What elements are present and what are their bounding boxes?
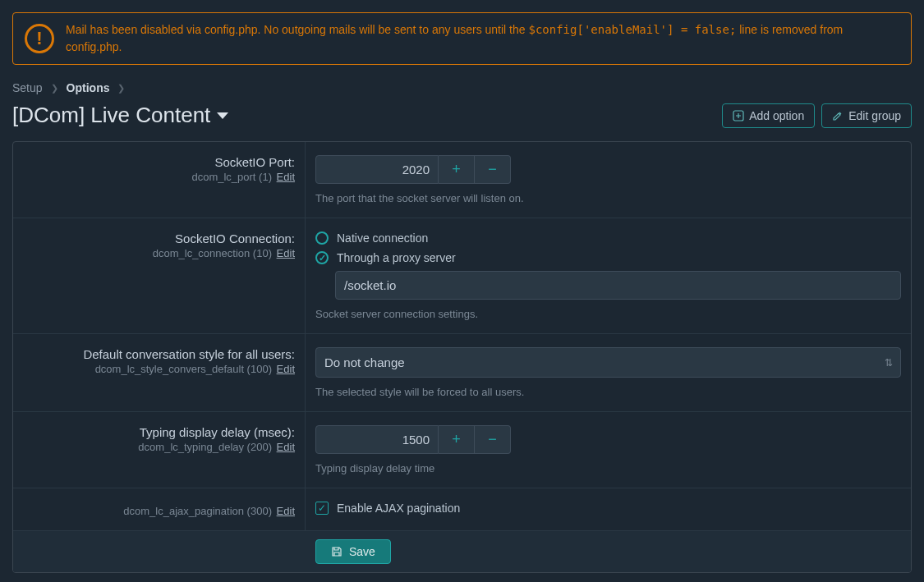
mail-disabled-alert: ! Mail has been disabled via config.php.… [12, 12, 912, 65]
plus-icon: + [452, 161, 461, 178]
ajax-key: dcom_lc_ajax_pagination (300) [123, 505, 272, 517]
port-key: dcom_lc_port (1) [191, 171, 272, 183]
checkbox-checked-icon: ✓ [315, 502, 329, 515]
connection-proxy-input[interactable] [335, 271, 901, 300]
alert-text: Mail has been disabled via config.php. N… [66, 21, 899, 56]
connection-key: dcom_lc_connection (10) [153, 247, 272, 259]
ajax-pagination-checkbox[interactable]: ✓ Enable AJAX pagination [315, 502, 901, 515]
radio-icon [315, 231, 329, 245]
alert-text-before: Mail has been disabled via config.php. N… [66, 23, 528, 36]
style-select[interactable]: Do not change [315, 347, 901, 378]
add-option-button[interactable]: Add option [722, 103, 815, 128]
chevron-right-icon: ❯ [51, 83, 58, 94]
delay-decrement-button[interactable]: − [475, 425, 511, 454]
port-label: SocketIO Port: [23, 155, 295, 169]
style-label: Default conversation style for all users… [23, 347, 295, 361]
breadcrumb-options[interactable]: Options [67, 81, 110, 94]
port-input[interactable] [315, 155, 439, 184]
breadcrumb-setup[interactable]: Setup [12, 81, 43, 94]
delay-key: dcom_lc_typing_delay (200) [138, 441, 272, 453]
style-help: The selected style will be forced to all… [315, 386, 901, 398]
port-edit-link[interactable]: Edit [277, 171, 295, 183]
plus-square-icon [733, 110, 744, 121]
style-edit-link[interactable]: Edit [277, 363, 295, 375]
chevron-right-icon: ❯ [117, 83, 125, 94]
radio-selected-icon [315, 251, 329, 264]
page-title[interactable]: [DCom] Live Content [12, 103, 228, 128]
minus-icon: − [488, 431, 497, 448]
connection-proxy-label: Through a proxy server [337, 251, 456, 264]
alert-code: $config['enableMail'] = false; [528, 23, 736, 36]
delay-label: Typing display delay (msec): [23, 425, 295, 439]
connection-proxy-radio[interactable]: Through a proxy server [315, 251, 901, 264]
connection-help: Socket server connection settings. [315, 308, 901, 320]
delay-increment-button[interactable]: + [439, 425, 475, 454]
delay-edit-link[interactable]: Edit [277, 441, 295, 453]
page-title-text: [DCom] Live Content [12, 103, 210, 128]
save-label: Save [349, 545, 375, 558]
plus-icon: + [452, 431, 461, 448]
save-icon [331, 546, 342, 557]
connection-native-label: Native connection [337, 231, 428, 245]
edit-icon [832, 110, 844, 121]
connection-label: SocketIO Connection: [23, 231, 295, 245]
ajax-edit-link[interactable]: Edit [277, 505, 295, 517]
add-option-label: Add option [749, 109, 804, 122]
connection-native-radio[interactable]: Native connection [315, 231, 901, 245]
port-decrement-button[interactable]: − [475, 155, 511, 184]
edit-group-label: Edit group [848, 109, 901, 122]
edit-group-button[interactable]: Edit group [821, 103, 912, 128]
caret-down-icon [217, 112, 228, 119]
port-help: The port that the socket server will lis… [315, 192, 901, 204]
connection-edit-link[interactable]: Edit [277, 247, 295, 259]
warning-icon: ! [25, 24, 54, 53]
ajax-checkbox-label: Enable AJAX pagination [337, 502, 460, 515]
port-increment-button[interactable]: + [439, 155, 475, 184]
delay-help: Typing display delay time [315, 462, 901, 474]
style-key: dcom_lc_style_convers_default (100) [95, 363, 272, 375]
minus-icon: − [488, 161, 497, 178]
delay-input[interactable] [315, 425, 439, 454]
breadcrumb: Setup ❯ Options ❯ [12, 81, 912, 94]
save-button[interactable]: Save [315, 539, 391, 564]
